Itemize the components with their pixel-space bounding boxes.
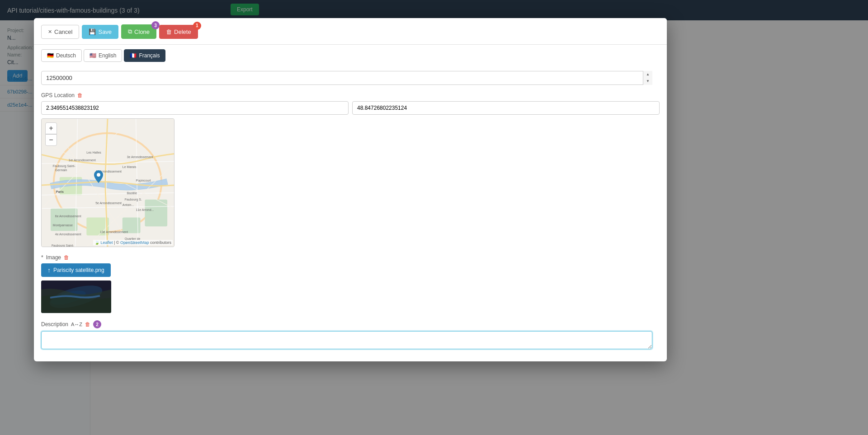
gps-label-text: GPS Location: [41, 92, 75, 98]
svg-text:Paris: Paris: [56, 190, 64, 193]
clone-badge: 3: [151, 21, 160, 29]
number-arrows: ▲ ▼: [643, 71, 652, 85]
description-badge: 2: [93, 320, 101, 328]
deutsch-label: Deutsch: [56, 52, 76, 59]
clone-label: Clone: [134, 28, 150, 35]
translate-icon: A↔Z: [71, 322, 82, 327]
map-zoom-in-button[interactable]: +: [45, 122, 57, 134]
description-label-text: Description: [41, 321, 68, 327]
gps-inputs: [41, 101, 660, 115]
population-input[interactable]: [41, 71, 652, 85]
population-field-group: ▲ ▼: [41, 71, 660, 85]
gps-latitude-input[interactable]: [352, 101, 660, 115]
svg-text:Les Halles: Les Halles: [86, 151, 101, 154]
tab-english[interactable]: 🇺🇸 English: [84, 49, 122, 62]
thumbnail-inner: [41, 281, 111, 313]
population-input-wrap: ▲ ▼: [41, 71, 652, 85]
svg-text:13e Arrondissement: 13e Arrondissement: [100, 230, 128, 234]
map-svg: 1er Arrondissement 3e Arrondissement Les…: [42, 119, 174, 247]
modal-dialog: ✕ Cancel 💾 Save ⧉ Clone 3 🗑 Delete 1 🇩🇪: [34, 18, 667, 361]
tab-francais[interactable]: 🇫🇷 Français: [124, 49, 165, 62]
image-section: * Image 🗑 ↑ Pariscity satellite.png: [41, 254, 660, 313]
francais-flag: 🇫🇷: [130, 52, 137, 59]
leaflet-link[interactable]: Leaflet: [100, 240, 113, 245]
form-content: ▲ ▼ GPS Location 🗑 +: [34, 66, 667, 361]
decrement-button[interactable]: ▼: [643, 78, 652, 85]
gps-delete-icon[interactable]: 🗑: [77, 92, 83, 98]
svg-text:Faubourg Saint-: Faubourg Saint-: [53, 164, 75, 168]
image-thumbnail: [41, 281, 111, 313]
clone-button[interactable]: ⧉ Clone 3: [121, 24, 156, 39]
osm-link[interactable]: OpenStreetMap: [120, 240, 149, 245]
delete-button[interactable]: 🗑 Delete 1: [159, 25, 198, 39]
svg-text:Le Marais: Le Marais: [123, 165, 137, 168]
map-pin: [94, 170, 103, 183]
map-attribution: 🍃 Leaflet | © OpenStreetMap contributors: [93, 240, 173, 245]
english-label: English: [99, 52, 116, 59]
svg-text:Faubourg Saint-: Faubourg Saint-: [52, 244, 74, 247]
upload-icon: ↑: [47, 267, 51, 274]
upload-label: Pariscity satellite.png: [53, 267, 104, 273]
svg-text:1er Arrondissement: 1er Arrondissement: [69, 159, 96, 162]
svg-text:Germain: Germain: [55, 168, 67, 172]
description-field-group: Description A↔Z 🗑 2: [41, 320, 660, 351]
delete-badge: 1: [193, 22, 201, 30]
description-label: Description A↔Z 🗑 2: [41, 320, 660, 328]
svg-text:Antoin...: Antoin...: [123, 203, 134, 206]
upload-button[interactable]: ↑ Pariscity satellite.png: [41, 263, 111, 277]
save-label: Save: [98, 28, 112, 35]
language-tabs: 🇩🇪 Deutsch 🇺🇸 English 🇫🇷 Français: [34, 45, 667, 66]
svg-text:Faubourg S.: Faubourg S.: [125, 198, 142, 201]
svg-text:11e Arrond...: 11e Arrond...: [136, 208, 154, 211]
map-controls: + −: [45, 122, 57, 146]
save-icon: 💾: [89, 28, 96, 35]
image-label: * Image 🗑: [41, 254, 660, 261]
modal-content: ✕ Cancel 💾 Save ⧉ Clone 3 🗑 Delete 1 🇩🇪: [34, 18, 667, 361]
delete-icon: 🗑: [166, 28, 172, 35]
description-textarea[interactable]: [41, 331, 652, 349]
increment-button[interactable]: ▲: [643, 71, 652, 78]
gps-section: GPS Location 🗑 + −: [41, 92, 660, 247]
svg-text:6e Arrondissement: 6e Arrondissement: [55, 215, 81, 218]
svg-text:4e Arrondissement: 4e Arrondissement: [55, 233, 81, 236]
image-label-text: Image: [46, 254, 61, 261]
svg-text:3e Arrondissement: 3e Arrondissement: [127, 155, 153, 159]
svg-text:Popincourt: Popincourt: [136, 179, 151, 182]
svg-point-40: [97, 173, 100, 177]
svg-text:5e Arrondissement: 5e Arrondissement: [95, 201, 122, 205]
thumbnail-svg: [41, 281, 111, 313]
francais-label: Français: [139, 52, 160, 59]
save-button[interactable]: 💾 Save: [82, 25, 118, 39]
delete-label: Delete: [174, 28, 191, 35]
deutsch-flag: 🇩🇪: [47, 52, 54, 59]
image-required-star: *: [41, 254, 43, 261]
image-delete-icon[interactable]: 🗑: [64, 254, 69, 261]
toolbar: ✕ Cancel 💾 Save ⧉ Clone 3 🗑 Delete 1: [34, 18, 667, 45]
gps-label: GPS Location 🗑: [41, 92, 660, 98]
clone-icon: ⧉: [128, 28, 132, 35]
gps-longitude-input[interactable]: [41, 101, 349, 115]
cancel-label: Cancel: [54, 28, 72, 35]
english-flag: 🇺🇸: [90, 52, 96, 59]
svg-rect-2: [51, 209, 78, 231]
svg-text:Montparnasse: Montparnasse: [53, 224, 73, 227]
cancel-icon: ✕: [48, 29, 52, 35]
map-zoom-out-button[interactable]: −: [45, 134, 57, 146]
description-delete-icon[interactable]: 🗑: [85, 321, 90, 327]
cancel-button[interactable]: ✕ Cancel: [41, 25, 79, 39]
map-container: + −: [41, 118, 175, 247]
svg-text:Bastille: Bastille: [127, 192, 137, 195]
tab-deutsch[interactable]: 🇩🇪 Deutsch: [41, 49, 82, 62]
